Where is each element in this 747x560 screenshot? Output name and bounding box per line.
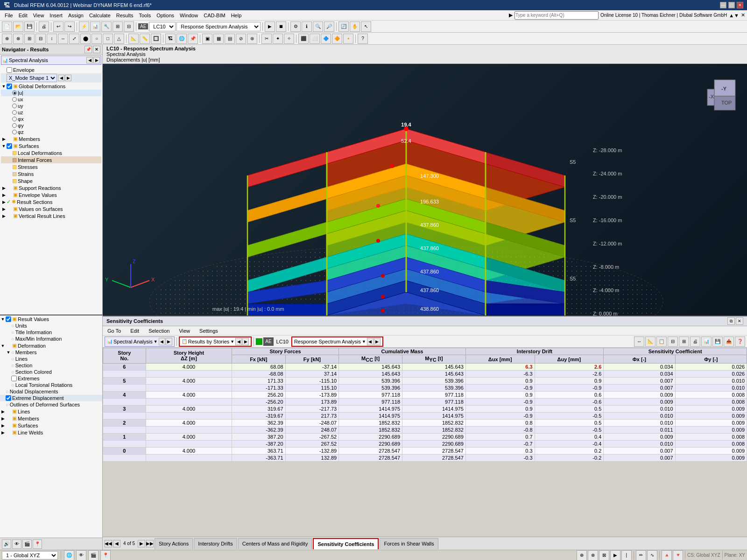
- nav-prev-btn[interactable]: ◀: [86, 57, 93, 63]
- tb2-12[interactable]: 📐: [128, 34, 139, 44]
- panel-tb-7[interactable]: 📊: [701, 336, 712, 347]
- tb2-11[interactable]: △: [114, 34, 124, 44]
- spectrum-next[interactable]: ▶: [374, 338, 381, 345]
- tab-first-btn[interactable]: ◀◀: [105, 540, 112, 547]
- spectrum-dropdown[interactable]: Response Spectrum Analysis ▼ ◀ ▶: [291, 336, 383, 347]
- analysis-prev[interactable]: ◀: [159, 338, 165, 345]
- tb2-1[interactable]: ⊕: [2, 34, 12, 44]
- tree-extreme-disp[interactable]: Extreme Displacement: [0, 395, 102, 401]
- panel-tb-8[interactable]: 💾: [712, 336, 723, 347]
- menu-view[interactable]: View: [30, 12, 47, 19]
- tree-extremes[interactable]: Extremes: [0, 375, 102, 382]
- panel-tb-6[interactable]: 🖨: [690, 336, 700, 347]
- tb2-20[interactable]: ▤: [225, 34, 235, 44]
- status-tb-8[interactable]: 🔺: [662, 550, 672, 560]
- tree-internal-forces[interactable]: ▧ Internal Forces: [1, 156, 101, 163]
- tree-units[interactable]: ○ Units: [0, 322, 102, 329]
- status-icon2[interactable]: 👁: [76, 550, 86, 560]
- tree-surfaces[interactable]: ▼ ▣ Surfaces: [1, 142, 101, 149]
- menu-help[interactable]: Help: [228, 12, 245, 19]
- analysis-type-select[interactable]: Response Spectrum Analysis: [176, 22, 261, 31]
- panel-menu-settings[interactable]: Settings: [197, 327, 221, 335]
- tb2-19[interactable]: ▦: [213, 34, 224, 44]
- tab-forces-shear[interactable]: Forces in Shear Walls: [380, 538, 438, 549]
- tree-local-deform[interactable]: ▧ Local Deformations: [1, 149, 101, 156]
- tb2-21[interactable]: ⊘: [236, 34, 246, 44]
- status-icon3[interactable]: 🎬: [88, 550, 99, 560]
- menu-calculate[interactable]: Calculate: [86, 12, 113, 19]
- search-input[interactable]: [514, 11, 599, 20]
- tb-stop-btn[interactable]: ⏹: [276, 21, 286, 32]
- view-cube[interactable]: -Y -X TOP: [705, 77, 742, 115]
- tb-zoom-out[interactable]: 🔎: [324, 21, 334, 32]
- nav-bottom-icon2[interactable]: 👁: [12, 539, 21, 549]
- nav-pin-btn[interactable]: 📌: [85, 46, 92, 53]
- tab-last-btn[interactable]: ▶▶: [146, 540, 154, 547]
- tb2-23[interactable]: ✂: [261, 34, 272, 44]
- status-tb-9[interactable]: 🔻: [673, 550, 683, 560]
- tab-story-actions[interactable]: Story Actions: [155, 538, 193, 549]
- restore-app-btn[interactable]: ▲▼: [729, 13, 739, 18]
- tree-members-main[interactable]: ▶ ▣ Members: [0, 415, 102, 422]
- global-deform-check[interactable]: [7, 84, 12, 89]
- tb2-8[interactable]: ⬤: [80, 34, 91, 44]
- surfaces-check[interactable]: [7, 143, 12, 149]
- status-tb-6[interactable]: ✏: [636, 550, 646, 560]
- tb2-22[interactable]: ⊛: [247, 34, 257, 44]
- result-values-check[interactable]: [6, 316, 11, 322]
- tb-settings[interactable]: ⚙: [290, 21, 301, 32]
- status-tb-3[interactable]: ⊠: [599, 550, 609, 560]
- tb2-30[interactable]: 🔸: [343, 34, 353, 44]
- status-icon1[interactable]: 🌐: [64, 550, 74, 560]
- tb2-28[interactable]: 🔷: [321, 34, 331, 44]
- tree-stresses[interactable]: ▧ Stresses: [1, 163, 101, 170]
- tb2-24[interactable]: ✦: [273, 34, 283, 44]
- menu-window[interactable]: Window: [177, 12, 201, 19]
- tab-sensitivity[interactable]: Sensitivity Coefficients: [313, 538, 379, 549]
- close-app-btn[interactable]: ✕: [741, 12, 745, 18]
- tree-u-abs[interactable]: |u|: [1, 90, 101, 96]
- tb-calc-btn[interactable]: ▶: [265, 21, 275, 32]
- results-next[interactable]: ▶: [242, 338, 249, 345]
- tree-support-reactions[interactable]: ▶ ▣ Support Reactions: [1, 184, 101, 191]
- panel-tb-4[interactable]: ⊟: [668, 336, 678, 347]
- radio-phix[interactable]: [12, 117, 17, 121]
- tree-phiz[interactable]: φz: [1, 129, 101, 135]
- tb2-7[interactable]: ⤢: [69, 34, 79, 44]
- tree-torsional[interactable]: ○ Local Torsional Rotations: [0, 382, 102, 388]
- tree-deform-members[interactable]: ▼ ○ Members: [0, 349, 102, 356]
- tab-interstory[interactable]: Interstory Drifts: [194, 538, 237, 549]
- print-btn[interactable]: 🖨: [39, 21, 49, 32]
- nav-bottom-icon1[interactable]: 🔊: [2, 539, 11, 549]
- tab-next-btn[interactable]: ▶: [138, 540, 145, 547]
- window-controls[interactable]: — □ ✕: [720, 2, 743, 8]
- tree-values-surfaces[interactable]: ▶ ▣ Values on Surfaces: [1, 205, 101, 212]
- tb-btn-1[interactable]: ⚡: [79, 21, 89, 32]
- menu-edit[interactable]: Edit: [16, 12, 30, 19]
- tree-mode-shape[interactable]: X_Mode Shape 1 ◀ ▶: [1, 73, 101, 83]
- undo-btn[interactable]: ↩: [53, 21, 63, 32]
- analysis-dropdown[interactable]: 📊 Spectral Analysis ▼ ◀ ▶: [105, 336, 175, 347]
- tb2-4[interactable]: ⊟: [35, 34, 46, 44]
- maximize-btn[interactable]: □: [728, 2, 735, 8]
- tree-line-welds[interactable]: ▶ ▣ Line Welds: [0, 429, 102, 436]
- menu-options[interactable]: Options: [154, 12, 177, 19]
- spectrum-prev[interactable]: ◀: [367, 338, 374, 345]
- tab-prev-btn[interactable]: ◀: [113, 540, 120, 547]
- tb2-26[interactable]: ⬛: [298, 34, 309, 44]
- tree-lines[interactable]: ○ Lines: [0, 356, 102, 362]
- tree-vertical-lines[interactable]: ▶ ▣ Vertical Result Lines: [1, 212, 101, 219]
- analysis-next[interactable]: ▶: [166, 338, 172, 345]
- panel-tb-5[interactable]: ⊞: [679, 336, 689, 347]
- tb2-help[interactable]: ?: [358, 34, 368, 44]
- radio-phiz[interactable]: [12, 130, 17, 134]
- new-btn[interactable]: 📄: [2, 21, 12, 32]
- tree-nodal-disp[interactable]: ○ Nodal Displacements: [0, 388, 102, 395]
- menu-results[interactable]: Results: [113, 12, 136, 19]
- tree-envelope-values[interactable]: ▶ ▣ Envelope Values: [1, 191, 101, 198]
- redo-btn[interactable]: ↪: [64, 21, 75, 32]
- panel-tb-2[interactable]: 📐: [645, 336, 655, 347]
- status-tb-4[interactable]: ▶: [610, 550, 620, 560]
- tb2-2[interactable]: ⊗: [13, 34, 23, 44]
- results-dropdown[interactable]: 📋 Results by Stories ▼ ◀ ▶: [179, 336, 252, 347]
